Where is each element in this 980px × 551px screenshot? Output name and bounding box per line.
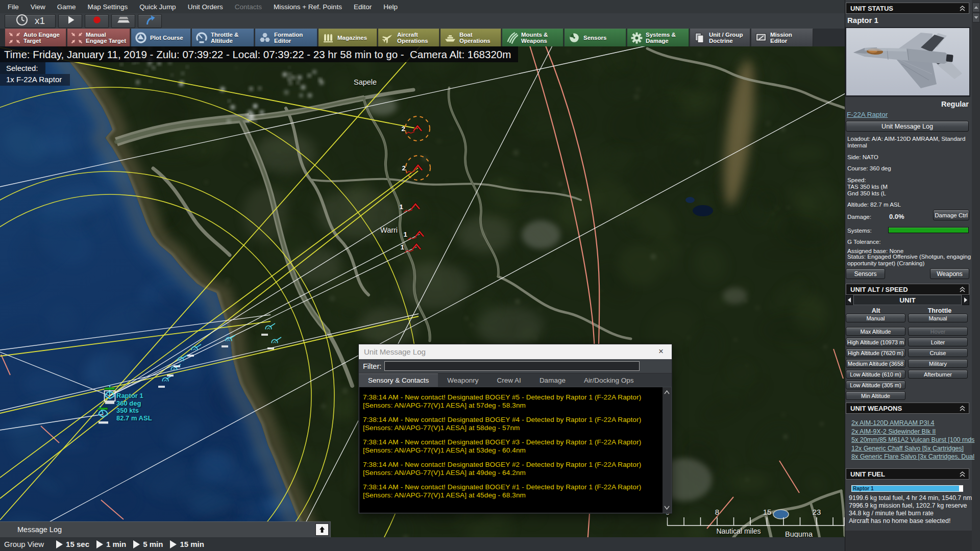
- message-log-entries[interactable]: 7:38:14 AM - New contact! Designated BOG…: [359, 387, 671, 513]
- expand-log-button[interactable]: [315, 523, 329, 536]
- scroll-down-icon[interactable]: [664, 506, 670, 510]
- throttle-button-cruise[interactable]: Cruise: [908, 348, 968, 357]
- window-title-bar[interactable]: Unit Message Log ×: [359, 344, 672, 359]
- menu-item-map-settings[interactable]: Map Settings: [88, 3, 128, 11]
- collapse-chevron-icon[interactable]: [959, 405, 966, 413]
- interval-1-min[interactable]: 1 min: [106, 540, 126, 548]
- toolbar-mounts-weapons-button[interactable]: Mounts &Weapons: [502, 29, 564, 46]
- unit-status-header[interactable]: UNIT STATUS: [846, 3, 969, 14]
- jump-arrow-icon: [144, 14, 156, 28]
- unit-fuel-header[interactable]: UNIT FUEL: [846, 468, 969, 480]
- interval-15-sec[interactable]: 15 sec: [66, 540, 89, 548]
- log-tab-sensory-contacts[interactable]: Sensory & Contacts: [359, 373, 438, 387]
- plot-course-icon: [135, 32, 147, 44]
- toolbar-plot-course-button[interactable]: Plot Course: [131, 29, 191, 46]
- quick-toolbar: x1: [0, 13, 845, 29]
- toolbar-unit-group-doctrine-button[interactable]: Unit / GroupDoctrine: [690, 29, 750, 46]
- toolbar-aircraft-operations-button[interactable]: AircraftOperations: [378, 29, 439, 46]
- alt-button-low-altitude-610-m[interactable]: Low Altitude (610 m): [846, 370, 905, 379]
- throttle-button-military[interactable]: Military: [908, 359, 968, 368]
- toolbar-boat-operations-button[interactable]: BoatOperations: [440, 29, 501, 46]
- weapon-link[interactable]: 2x AIM-9X-2 Sidewinder Blk II: [851, 428, 972, 435]
- collapse-chevron-icon[interactable]: [959, 5, 966, 13]
- jump-button[interactable]: [138, 14, 162, 28]
- unit-selector-next-button[interactable]: [962, 295, 969, 305]
- unit-message-log-button[interactable]: Unit Message Log: [846, 121, 969, 132]
- toolbar-auto-engage-target-button[interactable]: Auto EngageTarget: [5, 29, 66, 46]
- menu-item-file[interactable]: File: [8, 3, 19, 11]
- throttle-button-loiter[interactable]: Loiter: [908, 338, 968, 346]
- status-text: Status: Engaged Offensive (Shotgun, enga…: [847, 254, 973, 267]
- filter-input[interactable]: [384, 361, 640, 371]
- sensors-button[interactable]: Sensors: [846, 268, 885, 279]
- interval-5-min[interactable]: 5 min: [143, 540, 163, 548]
- alt-button-high-altitude-10973-m[interactable]: High Altitude (10973 m: [846, 338, 905, 346]
- time-compression-button[interactable]: x1: [5, 14, 56, 28]
- unit-selector-prev-button[interactable]: [846, 295, 853, 305]
- selected-unit-label: 1x F-22A Raptor: [0, 74, 70, 86]
- record-button[interactable]: [85, 14, 109, 28]
- menu-item-editor[interactable]: Editor: [354, 3, 372, 11]
- weapon-link[interactable]: 12x Generic Chaff Salvo [5x Cartridges]: [851, 445, 972, 452]
- speed-gnd: Gnd 350 kts (L: [847, 190, 886, 196]
- unit-weapons-header[interactable]: UNIT WEAPONS: [846, 403, 969, 414]
- collapse-chevron-icon[interactable]: [959, 286, 966, 294]
- interval-play-icon[interactable]: [96, 540, 103, 548]
- message-log-bar[interactable]: Message Log: [0, 521, 331, 537]
- alt-button-high-altitude-7620-m[interactable]: High Altitude (7620 m): [846, 348, 905, 357]
- unit-alt-speed-header[interactable]: UNIT ALT / SPEED: [846, 284, 969, 295]
- weapon-link[interactable]: 5x 20mm/85 M61A2 Vulcan Burst [100 rnds: [851, 436, 972, 443]
- log-scrollbar[interactable]: [663, 387, 671, 513]
- menu-item-view[interactable]: View: [31, 3, 45, 11]
- menu-item-help[interactable]: Help: [383, 3, 398, 11]
- toolbar-throttle-altitude-button[interactable]: Throttle &Altitude: [192, 29, 254, 46]
- menu-item-unit-orders[interactable]: Unit Orders: [188, 3, 223, 11]
- interval-play-icon[interactable]: [170, 540, 177, 548]
- log-tab-weaponry[interactable]: Weaponry: [438, 373, 487, 387]
- alt-button-medium-altitude-3658[interactable]: Medium Altitude (3658: [846, 359, 905, 368]
- fuel-info-line: 34.8 kg / minute fuel burn rate: [849, 510, 972, 517]
- unit-type-link[interactable]: F-22A Raptor: [847, 111, 888, 118]
- interval-15-min[interactable]: 15 min: [180, 540, 204, 548]
- play-button[interactable]: [58, 14, 82, 28]
- interval-play-icon[interactable]: [133, 540, 140, 548]
- unit-raptor-1[interactable]: [105, 385, 115, 404]
- weapon-link[interactable]: 2x AIM-120D AMRAAM P3I.4: [851, 419, 972, 427]
- sidebar-scrollbar[interactable]: [972, 0, 980, 551]
- weapons-button[interactable]: Weapons: [930, 268, 969, 279]
- alt-button-low-altitude-305-m[interactable]: Low Altitude (305 m): [846, 381, 905, 389]
- toolbar-sensors-button[interactable]: Sensors: [565, 29, 626, 46]
- unit-label-name: Raptor 1: [116, 392, 143, 399]
- log-tab-crew-ai[interactable]: Crew AI: [488, 373, 530, 387]
- scroll-up-icon[interactable]: [664, 390, 670, 394]
- unit-label-altitude: 82.7 m ASL: [116, 414, 152, 422]
- log-tab-damage[interactable]: Damage: [530, 373, 575, 387]
- damage-ctrl-button[interactable]: Damage Ctrl: [933, 210, 969, 220]
- toolbar-formation-editor-button[interactable]: FormationEditor: [255, 29, 317, 46]
- toolbar-systems-damage-button[interactable]: Systems &Damage: [627, 29, 689, 46]
- bridge-view-button[interactable]: [111, 14, 135, 28]
- alt-button-min-altitude[interactable]: Min Altitude: [846, 391, 905, 400]
- g-tolerance-label: G Tolerance:: [847, 238, 881, 245]
- group-view-label[interactable]: Group View: [4, 540, 44, 548]
- sidebar-scroll-up-button[interactable]: [972, 3, 980, 12]
- throttle-button-hover[interactable]: Hover: [908, 327, 968, 336]
- close-icon[interactable]: ×: [654, 345, 668, 358]
- collapse-chevron-icon[interactable]: [959, 471, 966, 479]
- side-text: Side: NATO: [847, 154, 878, 160]
- toolbar-magazines-button[interactable]: Magazines: [318, 29, 377, 46]
- alt-button-manual[interactable]: Manual: [846, 314, 905, 322]
- throttle-button-afterburner[interactable]: Afterburner: [908, 370, 968, 379]
- throttle-button-manual[interactable]: Manual: [908, 314, 968, 322]
- alt-button-max-altitude[interactable]: Max Altitude: [846, 327, 905, 336]
- log-tab-air-docking-ops[interactable]: Air/Docking Ops: [575, 373, 643, 387]
- menu-item-game[interactable]: Game: [57, 3, 76, 11]
- sidebar-scroll-down-button[interactable]: [972, 13, 980, 22]
- interval-play-icon[interactable]: [56, 540, 63, 548]
- menu-item-quick-jump[interactable]: Quick Jump: [139, 3, 176, 11]
- menu-item-missions-ref-points[interactable]: Missions + Ref. Points: [274, 3, 342, 11]
- toolbar-manual-engage-target-button[interactable]: ManualEngage Target: [67, 29, 130, 46]
- weapon-link[interactable]: 8x Generic Flare Salvo [3x Cartridges, D…: [851, 453, 972, 460]
- contact-track-count: 1: [403, 231, 407, 238]
- toolbar-mission-editor-button[interactable]: MissionEditor: [751, 29, 813, 46]
